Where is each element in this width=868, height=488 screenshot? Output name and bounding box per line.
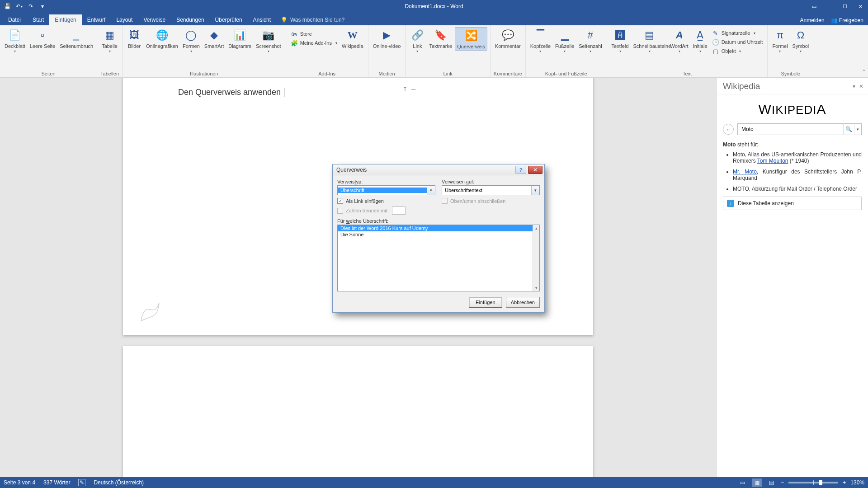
wiki-search-dropdown[interactable]: ▾ bbox=[854, 124, 861, 135]
link-button[interactable]: 🔗Link▾ bbox=[408, 27, 426, 54]
close-button[interactable]: ✕ bbox=[853, 0, 868, 13]
diagramm-button[interactable]: 📊Diagramm bbox=[226, 27, 253, 50]
document-page[interactable] bbox=[123, 346, 593, 477]
textbox-icon: 🅰 bbox=[613, 28, 627, 42]
verweistyp-label: Verweistyp: bbox=[337, 179, 435, 184]
save-button[interactable]: 💾 bbox=[2, 1, 13, 12]
store-button[interactable]: 🛍Store bbox=[289, 30, 339, 38]
bilder-button[interactable]: 🖼Bilder bbox=[125, 27, 143, 50]
list-item[interactable]: Die Sonne bbox=[338, 231, 533, 238]
querverweis-button[interactable]: 🔀Querverweis bbox=[455, 27, 487, 51]
leere-seite-button[interactable]: ▫Leere Seite bbox=[28, 27, 57, 50]
verweisauf-select[interactable]: Überschriftentext ▾ bbox=[442, 185, 540, 195]
undo-button[interactable]: ↶▾ bbox=[14, 1, 24, 12]
sign-in-link[interactable]: Anmelden bbox=[800, 17, 825, 23]
minimize-button[interactable]: — bbox=[822, 0, 837, 13]
collapse-ribbon-button[interactable]: ˄ bbox=[863, 69, 865, 75]
tab-sendungen[interactable]: Sendungen bbox=[171, 14, 209, 25]
wiki-back-button[interactable]: ← bbox=[723, 124, 734, 135]
wiki-search-button[interactable]: 🔍 bbox=[843, 124, 854, 135]
view-print-button[interactable]: ▥ bbox=[752, 479, 762, 487]
seitenzahl-button[interactable]: #Seitenzahl▾ bbox=[577, 27, 604, 54]
search-icon: 🔍 bbox=[845, 126, 852, 132]
list-scrollbar[interactable]: ▴▾ bbox=[533, 225, 539, 291]
tab-entwurf[interactable]: Entwurf bbox=[82, 14, 111, 25]
tab-ueberpruefen[interactable]: Überprüfen bbox=[210, 14, 248, 25]
tell-me-box[interactable]: 💡 Was möchten Sie tun? bbox=[281, 17, 344, 25]
wiki-link[interactable]: Tom Moulton bbox=[757, 158, 788, 164]
pane-options-button[interactable]: ▾ bbox=[853, 83, 855, 89]
ribbon-display-options-button[interactable]: ▭ bbox=[807, 0, 822, 13]
zoom-level[interactable]: 130% bbox=[850, 479, 864, 486]
status-words[interactable]: 337 Wörter bbox=[43, 479, 70, 486]
dialog-close-button[interactable]: ✕ bbox=[528, 166, 542, 174]
pane-close-button[interactable]: ✕ bbox=[859, 83, 863, 89]
wikipedia-button[interactable]: WWikipedia bbox=[340, 27, 365, 50]
verweisauf-value: Überschriftentext bbox=[442, 188, 531, 193]
formel-button[interactable]: πFormel▾ bbox=[770, 27, 789, 54]
objekt-button[interactable]: ▢Objekt▾ bbox=[710, 47, 765, 55]
list-item[interactable]: Dies ist der Word 2016 Kurs auf Udemy bbox=[338, 225, 533, 231]
formen-button[interactable]: ◯Formen▾ bbox=[181, 27, 202, 54]
deckblatt-button[interactable]: 📄Deckblatt▾ bbox=[3, 27, 27, 54]
tab-einfuegen[interactable]: Einfügen bbox=[49, 14, 81, 25]
group-addins: 🛍Store 🧩Meine Add-Ins▾ WWikipedia Add-In… bbox=[286, 25, 368, 77]
ueberschrift-list[interactable]: Dies ist der Word 2016 Kurs auf Udemy Di… bbox=[337, 225, 540, 291]
abbrechen-button[interactable]: Abbrechen bbox=[506, 297, 540, 308]
tab-start[interactable]: Start bbox=[27, 14, 49, 25]
smartart-button[interactable]: ◆SmartArt bbox=[203, 27, 226, 50]
zoom-slider[interactable] bbox=[788, 482, 838, 483]
tab-file[interactable]: Datei bbox=[2, 14, 27, 25]
spellcheck-icon[interactable]: ✎ bbox=[78, 479, 85, 486]
tab-ansicht[interactable]: Ansicht bbox=[248, 14, 276, 25]
status-language[interactable]: Deutsch (Österreich) bbox=[94, 479, 144, 486]
qat-customize-button[interactable]: ▾ bbox=[37, 1, 48, 12]
schnellbausteine-button[interactable]: ▤Schnellbausteine▾ bbox=[632, 27, 668, 54]
tab-layout[interactable]: Layout bbox=[111, 14, 138, 25]
als-link-checkbox-row[interactable]: ✓ Als Link einfügen bbox=[337, 198, 435, 204]
querverweis-dialog: Querverweis ? ✕ Verweistyp: Überschrift … bbox=[332, 164, 545, 313]
als-link-label: Als Link einfügen bbox=[346, 198, 384, 204]
datum-uhrzeit-button[interactable]: 🕒Datum und Uhrzeit bbox=[710, 38, 765, 46]
einfuegen-button[interactable]: Einfügen bbox=[469, 297, 502, 308]
arrow-left-icon: ← bbox=[726, 126, 731, 133]
wordart-button[interactable]: AWordArt▾ bbox=[669, 27, 690, 54]
kommentar-button[interactable]: 💬Kommentar bbox=[493, 27, 523, 50]
signaturzeile-button[interactable]: ✎Signaturzeile▾ bbox=[710, 29, 765, 37]
screenshot-button[interactable]: 📷Screenshot▾ bbox=[254, 27, 283, 54]
read-mode-icon: ▭ bbox=[740, 479, 745, 486]
fusszeile-button[interactable]: ▁Fußzeile▾ bbox=[553, 27, 576, 54]
verweistyp-select[interactable]: Überschrift ▾ bbox=[337, 185, 435, 195]
initiale-button[interactable]: A̲Initiale▾ bbox=[691, 27, 709, 54]
onlinevideo-button[interactable]: ▶Online-video bbox=[371, 27, 403, 50]
window-title: Dokument1.docx - Word bbox=[405, 3, 463, 9]
dialog-titlebar[interactable]: Querverweis ? ✕ bbox=[333, 164, 544, 175]
onlinegrafiken-button[interactable]: 🌐Onlinegrafiken bbox=[144, 27, 180, 50]
view-read-button[interactable]: ▭ bbox=[737, 479, 747, 487]
meine-addins-button[interactable]: 🧩Meine Add-Ins▾ bbox=[289, 39, 339, 47]
kopfzeile-button[interactable]: ▔Kopfzeile▾ bbox=[528, 27, 552, 54]
dropcap-icon: A̲ bbox=[693, 28, 708, 42]
view-web-button[interactable]: ▤ bbox=[766, 479, 776, 487]
document-text: Den Querverweis anwenden bbox=[178, 88, 284, 97]
seitenumbruch-button[interactable]: ⎯Seitenumbruch bbox=[58, 27, 94, 50]
window-controls: ▭ — ☐ ✕ bbox=[807, 0, 868, 13]
share-button[interactable]: 👥 Freigeben bbox=[831, 17, 863, 23]
redo-button[interactable]: ↷ bbox=[25, 1, 36, 12]
wiki-search-input[interactable] bbox=[738, 124, 843, 135]
tabelle-button[interactable]: ▦Tabelle▾ bbox=[100, 27, 119, 54]
zoom-out-button[interactable]: − bbox=[781, 479, 784, 486]
textmarke-button[interactable]: 🔖Textmarke bbox=[427, 27, 454, 50]
tab-verweise[interactable]: Verweise bbox=[138, 14, 171, 25]
status-page[interactable]: Seite 3 von 4 bbox=[4, 479, 35, 486]
wiki-link[interactable]: Mr. Moto bbox=[733, 169, 757, 175]
quickparts-icon: ▤ bbox=[642, 28, 657, 42]
symbol-icon: Ω bbox=[793, 28, 808, 42]
print-layout-icon: ▥ bbox=[755, 479, 760, 486]
zoom-in-button[interactable]: + bbox=[843, 479, 846, 486]
dialog-help-button[interactable]: ? bbox=[515, 166, 526, 174]
symbol-button[interactable]: ΩSymbol▾ bbox=[791, 27, 811, 54]
maximize-button[interactable]: ☐ bbox=[837, 0, 853, 13]
textfeld-button[interactable]: 🅰Textfeld▾ bbox=[610, 27, 631, 54]
wiki-show-table[interactable]: ↓ Diese Tabelle anzeigen bbox=[723, 197, 862, 210]
